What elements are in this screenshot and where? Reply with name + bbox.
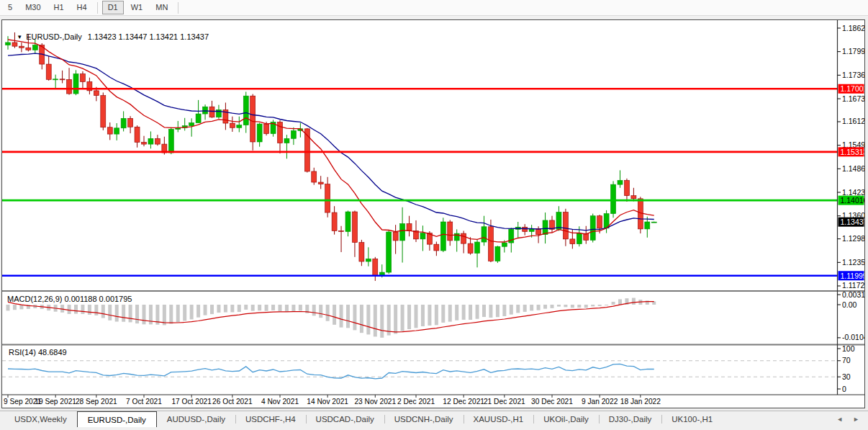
candle-body — [577, 233, 582, 244]
candle-body — [386, 232, 392, 272]
macd-histogram-bar — [285, 305, 289, 312]
macd-histogram-bar — [19, 305, 23, 309]
date-tick-label: 21 Dec 2021 — [484, 398, 525, 406]
symbol-tab-xauusd-h1[interactable]: XAUUSD-,H1 — [464, 411, 534, 427]
timeframe-button-mn[interactable]: MN — [150, 1, 173, 14]
tab-scroll-right-icon[interactable]: ► — [853, 416, 859, 423]
date-axis[interactable]: 9 Sep 202119 Sep 202128 Sep 20217 Oct 20… — [4, 395, 661, 406]
pane-separator[interactable] — [2, 344, 864, 346]
date-tick-label: 19 Sep 2021 — [35, 398, 76, 406]
macd-histogram-bar — [135, 305, 139, 323]
price-tick-label: 1.18625 — [842, 24, 864, 32]
rsi-tick-label: 0 — [842, 385, 846, 393]
symbol-tab-usdchf-h4[interactable]: USDCHF-,H4 — [235, 411, 306, 427]
rsi-tick-label: 100 — [842, 344, 855, 353]
symbol-tab-eurusd-daily[interactable]: EURUSD-,Daily — [77, 411, 157, 427]
candle-body — [250, 96, 256, 142]
candle-body — [121, 118, 126, 127]
candle-body — [631, 196, 636, 199]
candle-body — [651, 222, 656, 223]
timeframe-button-h1[interactable]: H1 — [48, 1, 70, 14]
candle-body — [291, 130, 296, 138]
rsi-tick-label: 30 — [842, 372, 851, 381]
toolbar-separator — [97, 2, 98, 14]
macd-histogram-bar — [407, 305, 411, 329]
chart-window[interactable]: 1.186251.179951.173651.167351.161201.154… — [1, 19, 865, 408]
macd-histogram-bar — [489, 305, 492, 318]
timeframe-button-w1[interactable]: W1 — [125, 1, 149, 14]
candle-body — [468, 243, 473, 253]
macd-histogram-bar — [326, 305, 330, 321]
candle-body — [332, 212, 337, 230]
macd-histogram-bar — [455, 305, 458, 321]
candle-body — [448, 222, 453, 241]
macd-histogram-bar — [81, 305, 84, 314]
macd-tick-label: 0.00 — [842, 300, 857, 309]
candle-body — [523, 227, 528, 231]
price-badge-label: 1.13437 — [841, 218, 865, 226]
candle-body — [488, 227, 493, 261]
macd-tick-label: -0.01043 — [842, 333, 864, 341]
symbol-tab-uk100-h1[interactable]: UK100-,H1 — [661, 411, 723, 427]
macd-histogram-bar — [366, 305, 370, 334]
symbol-tab-audusd-daily[interactable]: AUDUSD-,Daily — [157, 411, 235, 427]
candle-body — [128, 118, 133, 127]
macd-histogram-bar — [13, 305, 17, 310]
macd-histogram-bar — [551, 305, 554, 308]
macd-histogram-bar — [224, 305, 227, 313]
price-badge-label: 1.11999 — [841, 272, 865, 280]
tab-scroll-left-icon[interactable]: ◄ — [836, 416, 843, 423]
candle-body — [312, 171, 317, 182]
candle-body — [440, 222, 446, 251]
candle-body — [461, 233, 466, 243]
macd-histogram-bar — [428, 305, 431, 326]
date-tick-label: 4 Nov 2021 — [261, 398, 299, 406]
candle-body — [257, 124, 262, 142]
price-badge-label: 1.15313 — [841, 148, 865, 156]
symbol-tab-usdcnh-daily[interactable]: USDCNH-,Daily — [384, 411, 464, 427]
macd-histogram-bar — [469, 305, 472, 320]
timeframe-toolbar: 5M30H1H4D1W1MN — [0, 0, 868, 16]
macd-histogram-bar — [333, 305, 336, 325]
timeframe-button-h4[interactable]: H4 — [71, 1, 93, 14]
candle-body — [495, 246, 500, 261]
date-tick-label: 23 Nov 2021 — [354, 398, 396, 406]
price-tick-label: 1.17995 — [842, 47, 864, 55]
chart-tabs-bar: USDX,WeeklyEURUSD-,DailyAUDUSD-,DailyUSD… — [0, 411, 868, 427]
macd-histogram-bar — [415, 305, 418, 328]
macd-histogram-bar — [265, 305, 268, 311]
symbol-tab-usdcad-daily[interactable]: USDCAD-,Daily — [306, 411, 384, 427]
date-tick-label: 7 Oct 2021 — [126, 398, 162, 406]
macd-histogram-bar — [190, 305, 194, 319]
price-axis[interactable]: 1.186251.179951.173651.167351.161201.154… — [838, 24, 865, 393]
price-chart-canvas[interactable]: 1.186251.179951.173651.167351.161201.154… — [2, 20, 864, 407]
macd-histogram-bar — [74, 305, 78, 314]
candle-body — [570, 239, 575, 244]
macd-histogram-bar — [482, 305, 486, 317]
macd-histogram-bar — [401, 305, 404, 331]
macd-histogram-bar — [346, 305, 350, 328]
symbol-tab-dj30-daily[interactable]: DJ30-,Daily — [599, 411, 661, 427]
timeframe-button-d1[interactable]: D1 — [102, 1, 124, 14]
symbol-tab-usdx-weekly[interactable]: USDX,Weekly — [4, 411, 77, 427]
candle-body — [53, 79, 58, 80]
macd-histogram-bar — [258, 305, 261, 310]
macd-histogram-bar — [244, 305, 248, 310]
candle-body — [359, 243, 364, 261]
timeframe-button-5[interactable]: 5 — [2, 1, 18, 14]
ma-fast-line — [8, 40, 654, 242]
timeframe-button-m30[interactable]: M30 — [19, 1, 46, 14]
candle-body — [142, 143, 147, 145]
chart-dropdown-icon[interactable]: ▼ — [17, 34, 22, 40]
macd-histogram-bar — [6, 305, 10, 310]
macd-histogram-bar — [115, 305, 119, 322]
macd-histogram-bar — [108, 305, 112, 321]
symbol-tab-ukoil-daily[interactable]: UKOil-,Daily — [533, 411, 599, 427]
macd-histogram-bar — [543, 305, 547, 309]
macd-histogram-bar — [394, 305, 397, 333]
pane-separator[interactable] — [2, 290, 864, 292]
macd-histogram-bar — [183, 305, 186, 321]
date-tick-label: 26 Oct 2021 — [212, 398, 253, 406]
rsi-indicator-label: RSI(14) 48.6849 — [9, 348, 67, 357]
candle-body — [114, 128, 119, 134]
